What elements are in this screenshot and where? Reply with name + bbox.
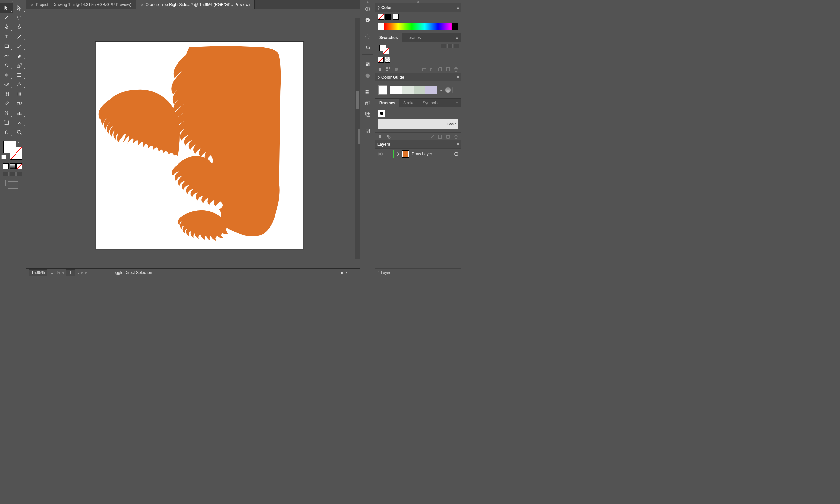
symbol-sprayer-tool[interactable]	[0, 108, 13, 118]
libraries-tab[interactable]: Libraries	[401, 33, 425, 41]
lasso-tool[interactable]	[13, 13, 26, 22]
remove-stroke-icon[interactable]	[430, 134, 434, 139]
draw-inside[interactable]	[17, 172, 22, 177]
close-icon[interactable]: ×	[31, 3, 33, 6]
brush-main-icon[interactable]	[386, 134, 391, 139]
new-swatch-icon[interactable]	[438, 67, 443, 72]
scale-tool[interactable]	[13, 60, 26, 70]
shape-builder-tool[interactable]	[0, 79, 13, 89]
libraries-menu-icon[interactable]	[378, 67, 383, 72]
prev-artboard-button[interactable]: ◀	[62, 271, 64, 274]
color-black-swatch[interactable]	[386, 14, 391, 20]
harmony-strip[interactable]	[390, 86, 437, 94]
color-none-swatch[interactable]	[378, 14, 384, 20]
eyedropper-tool[interactable]	[0, 98, 13, 108]
last-artboard-button[interactable]: ▶|	[85, 271, 89, 274]
pen-tool[interactable]	[0, 22, 13, 32]
swatches-tab[interactable]: Swatches	[375, 33, 401, 41]
canvas[interactable]	[26, 9, 360, 269]
layer-name[interactable]: Draw Layer	[412, 152, 452, 156]
toolbox-grip[interactable]	[0, 0, 26, 3]
color-wheel-icon[interactable]	[445, 87, 451, 93]
trash-icon[interactable]	[454, 67, 458, 72]
transform-icon[interactable]	[360, 97, 375, 109]
brush-libraries-icon[interactable]	[378, 134, 383, 139]
selection-tool[interactable]	[0, 3, 13, 13]
type-tool[interactable]: T	[0, 32, 13, 41]
color-mode-color[interactable]	[3, 163, 8, 169]
swatch-fill-stroke[interactable]	[378, 44, 387, 54]
mesh-tool[interactable]	[0, 89, 13, 98]
swap-fill-stroke[interactable]: ⇄	[17, 141, 19, 144]
swatch-small-view[interactable]	[447, 44, 453, 49]
close-icon[interactable]: ×	[141, 3, 143, 6]
symbols-tab[interactable]: Symbols	[419, 98, 442, 107]
new-icon[interactable]	[446, 67, 450, 72]
line-tool[interactable]	[13, 32, 26, 41]
target-icon[interactable]	[454, 152, 458, 156]
base-color-swatch[interactable]	[378, 86, 387, 95]
artboard-dropdown[interactable]: ⌄	[76, 270, 80, 275]
color-guide-header[interactable]: ❯ Color Guide ≡	[375, 73, 461, 82]
hand-tool[interactable]	[0, 127, 13, 137]
free-transform-tool[interactable]	[13, 70, 26, 79]
graphic-styles-icon[interactable]	[360, 42, 375, 53]
paintbrush-tool[interactable]	[13, 41, 26, 51]
rectangle-tool[interactable]	[0, 41, 13, 51]
artboard-tool[interactable]	[0, 118, 13, 127]
color-white-swatch[interactable]	[393, 14, 398, 20]
swatch-large-view[interactable]	[454, 44, 459, 49]
color-spectrum[interactable]	[378, 23, 458, 30]
fill-stroke-indicator[interactable]: ⇄	[0, 139, 26, 162]
document-tab-1[interactable]: ×Orange Tree Right Side.ai* @ 15.95% (RG…	[136, 0, 255, 9]
shaper-tool[interactable]	[0, 51, 13, 60]
panel-menu-icon[interactable]: ≡	[457, 5, 459, 10]
stroke-tab[interactable]: Stroke	[399, 98, 419, 107]
panels-grip[interactable]	[375, 0, 461, 3]
first-artboard-button[interactable]: |◀	[57, 271, 61, 274]
slice-tool[interactable]	[13, 118, 26, 127]
screen-mode[interactable]	[0, 178, 26, 186]
stroke-swatch[interactable]	[10, 147, 22, 160]
brush-options-icon[interactable]	[438, 134, 443, 139]
gradient-tool[interactable]	[13, 89, 26, 98]
panel-menu-icon[interactable]: ≡	[457, 142, 459, 147]
navigator-icon[interactable]	[360, 3, 375, 15]
color-mode-none[interactable]	[17, 163, 22, 169]
width-tool[interactable]	[0, 70, 13, 79]
expand-layer-icon[interactable]: ❯	[397, 152, 399, 156]
panel-menu-icon[interactable]: ≡	[453, 33, 461, 41]
appearance-icon[interactable]	[360, 31, 375, 42]
brush-round-preview[interactable]	[378, 110, 386, 117]
swatch-options-icon[interactable]	[394, 67, 398, 72]
artboard[interactable]	[95, 41, 304, 250]
color-mode-gradient[interactable]	[10, 163, 16, 169]
panel-menu-icon[interactable]: ≡	[453, 98, 461, 107]
pathfinder-icon[interactable]	[360, 109, 375, 120]
rotate-tool[interactable]	[0, 60, 13, 70]
draw-behind[interactable]	[10, 172, 16, 177]
eraser-tool[interactable]	[13, 51, 26, 60]
harmony-dropdown[interactable]: ⌄	[440, 88, 443, 92]
zoom-tool[interactable]	[13, 127, 26, 137]
default-fill-stroke[interactable]	[1, 155, 6, 159]
next-artboard-button[interactable]: ▶	[81, 271, 84, 274]
asset-export-icon[interactable]	[360, 125, 375, 137]
document-tab-0[interactable]: ×Project – Drawing 1.ai @ 14.31% (RGB/GP…	[26, 0, 136, 9]
color-panel-header[interactable]: ❯ Color ≡	[375, 3, 461, 12]
scrollbar-thumb[interactable]	[356, 91, 359, 109]
new-brush-icon[interactable]	[446, 134, 450, 139]
align-icon[interactable]	[360, 86, 375, 97]
vector-artwork[interactable]	[96, 42, 303, 249]
brushes-tab[interactable]: Brushes	[375, 98, 399, 107]
swatch-none[interactable]	[378, 57, 384, 63]
panel-menu-icon[interactable]: ≡	[457, 75, 459, 79]
layer-thumbnail[interactable]	[402, 150, 409, 158]
column-graph-tool[interactable]	[13, 108, 26, 118]
curvature-tool[interactable]	[13, 22, 26, 32]
perspective-grid-tool[interactable]	[13, 79, 26, 89]
status-play-icon[interactable]: ▶ ‹	[341, 270, 347, 275]
swatch-registration[interactable]	[385, 57, 390, 63]
trash-icon[interactable]	[454, 134, 458, 139]
zoom-field[interactable]: 15.95%	[29, 269, 47, 276]
